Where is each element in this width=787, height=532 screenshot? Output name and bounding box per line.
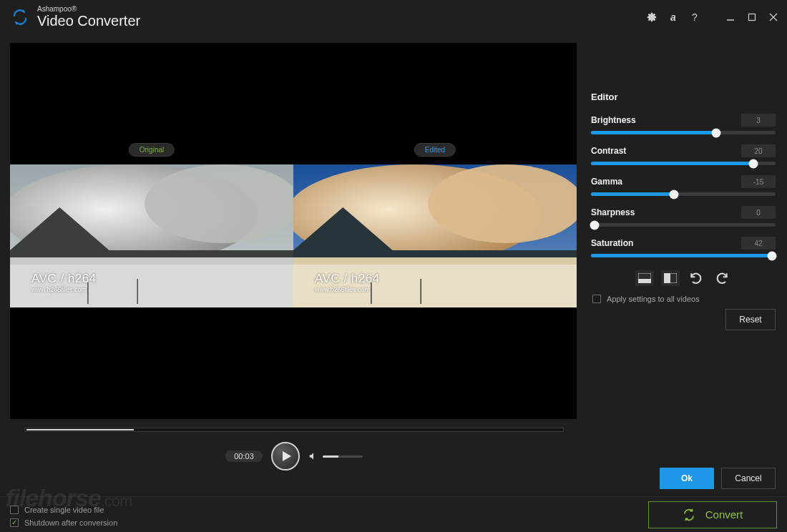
slider-value[interactable]: -15 bbox=[741, 175, 776, 188]
video-preview[interactable]: Original bbox=[10, 43, 577, 419]
editor-panel: Editor Brightness3Contrast20Gamma-15Shar… bbox=[580, 34, 787, 492]
slider-saturation: Saturation42 bbox=[591, 237, 776, 257]
slider-thumb[interactable] bbox=[670, 189, 679, 199]
slider-thumb[interactable] bbox=[712, 128, 721, 137]
convert-button[interactable]: Convert bbox=[648, 501, 777, 528]
crop-vertical-icon[interactable] bbox=[661, 270, 680, 286]
slider-gamma: Gamma-15 bbox=[591, 175, 776, 196]
app-title: Video Converter bbox=[37, 14, 140, 29]
slider-thumb[interactable] bbox=[767, 251, 776, 260]
speaker-icon bbox=[308, 451, 318, 461]
slider-value[interactable]: 20 bbox=[741, 144, 776, 157]
volume-control[interactable] bbox=[308, 451, 363, 461]
crop-horizontal-icon[interactable] bbox=[635, 270, 654, 286]
codec-overlay-original: AVC / h264 www.h265files.com bbox=[31, 272, 97, 293]
svg-marker-10 bbox=[10, 257, 293, 265]
shutdown-checkbox[interactable]: ✓ Shutdown after conversion bbox=[10, 518, 117, 527]
rotate-right-icon[interactable] bbox=[713, 270, 731, 286]
codec-overlay-edited: AVC / h264 www.h265files.com bbox=[315, 272, 380, 293]
slider-track[interactable] bbox=[591, 254, 776, 257]
slider-label: Gamma bbox=[591, 177, 622, 187]
slider-track[interactable] bbox=[591, 131, 776, 134]
titlebar: Ashampoo® Video Converter a ? bbox=[0, 0, 787, 34]
slider-value[interactable]: 0 bbox=[741, 206, 776, 219]
edited-label: Edited bbox=[414, 143, 456, 157]
slider-label: Sharpness bbox=[591, 207, 635, 217]
apply-all-label: Apply settings to all videos bbox=[607, 295, 700, 303]
titlebar-buttons: a ? bbox=[645, 11, 780, 24]
svg-marker-18 bbox=[293, 257, 577, 265]
slider-track[interactable] bbox=[591, 223, 776, 227]
convert-label: Convert bbox=[705, 508, 743, 521]
settings-icon[interactable] bbox=[645, 11, 658, 24]
current-time: 00:03 bbox=[225, 450, 263, 462]
timeline[interactable] bbox=[24, 428, 564, 432]
slider-track[interactable] bbox=[591, 192, 776, 196]
slider-thumb[interactable] bbox=[590, 220, 600, 230]
svg-rect-2 bbox=[749, 14, 756, 21]
slider-label: Brightness bbox=[591, 115, 636, 125]
checkbox-icon bbox=[592, 295, 601, 303]
slider-label: Saturation bbox=[591, 238, 633, 248]
slider-label: Contrast bbox=[591, 146, 626, 156]
create-single-label: Create single video file bbox=[24, 506, 104, 514]
app-logo-icon bbox=[10, 7, 30, 27]
editor-heading: Editor bbox=[591, 92, 776, 102]
create-single-checkbox[interactable]: Create single video file bbox=[10, 506, 117, 514]
slider-thumb[interactable] bbox=[749, 159, 758, 168]
svg-rect-23 bbox=[638, 279, 651, 283]
convert-icon bbox=[683, 508, 695, 521]
apply-all-checkbox[interactable]: Apply settings to all videos bbox=[592, 295, 776, 303]
play-button[interactable] bbox=[271, 442, 300, 471]
transport-controls: 00:03 bbox=[10, 442, 578, 471]
shutdown-label: Shutdown after conversion bbox=[24, 518, 117, 527]
ok-button[interactable]: Ok bbox=[660, 468, 714, 489]
preview-edited: Edited bbox=[293, 43, 577, 419]
close-icon[interactable] bbox=[767, 11, 780, 24]
slider-brightness: Brightness3 bbox=[591, 114, 776, 134]
slider-value[interactable]: 42 bbox=[741, 237, 776, 250]
slider-contrast: Contrast20 bbox=[591, 144, 776, 165]
svg-marker-21 bbox=[283, 451, 291, 461]
help-icon[interactable]: ? bbox=[688, 11, 701, 24]
slider-value[interactable]: 3 bbox=[741, 114, 776, 127]
preview-original: Original bbox=[10, 43, 293, 419]
ashampoo-a-icon[interactable]: a bbox=[667, 11, 680, 24]
slider-track[interactable] bbox=[591, 162, 776, 165]
editor-tools bbox=[591, 270, 776, 286]
reset-button[interactable]: Reset bbox=[725, 309, 776, 330]
titlebar-left: Ashampoo® Video Converter bbox=[7, 6, 140, 29]
minimize-icon[interactable] bbox=[724, 11, 737, 24]
checkbox-icon bbox=[10, 506, 19, 514]
slider-sharpness: Sharpness0 bbox=[591, 206, 776, 227]
cancel-button[interactable]: Cancel bbox=[721, 468, 776, 489]
original-label: Original bbox=[129, 143, 175, 157]
svg-rect-25 bbox=[664, 273, 670, 283]
maximize-icon[interactable] bbox=[746, 11, 758, 24]
rotate-left-icon[interactable] bbox=[687, 270, 705, 286]
footer: Create single video file ✓ Shutdown afte… bbox=[0, 496, 787, 532]
svg-point-15 bbox=[428, 164, 577, 243]
preview-area: Original bbox=[0, 34, 580, 492]
timeline-progress bbox=[26, 429, 134, 430]
volume-slider[interactable] bbox=[323, 455, 363, 458]
checkbox-icon: ✓ bbox=[10, 518, 19, 527]
svg-point-7 bbox=[145, 164, 293, 243]
